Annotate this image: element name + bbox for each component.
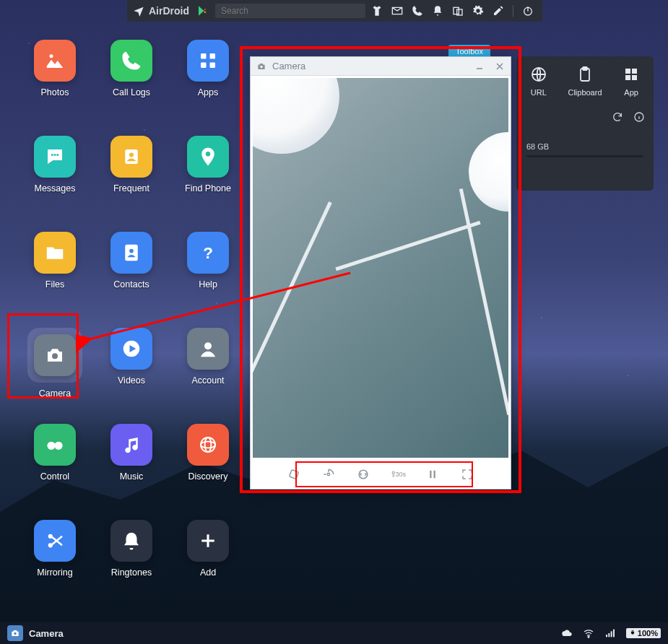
app-messages[interactable]: Messages — [22, 136, 88, 212]
app-add[interactable]: Add — [175, 520, 241, 596]
camera-icon — [256, 61, 266, 71]
app-videos[interactable]: Videos — [98, 328, 165, 404]
svg-point-38 — [327, 473, 329, 475]
taskbar: Camera 100% — [0, 622, 668, 644]
app-label: Account — [191, 375, 224, 386]
refresh-icon[interactable] — [612, 111, 623, 123]
app-frequent[interactable]: Frequent — [98, 136, 165, 212]
devices-icon[interactable] — [452, 5, 464, 17]
app-label: Find Phone — [185, 183, 231, 193]
svg-point-15 — [129, 249, 134, 253]
svg-rect-4 — [201, 53, 207, 59]
message-icon — [44, 146, 66, 167]
camera-feed — [253, 78, 508, 458]
minimize-button[interactable] — [474, 61, 485, 71]
app-help[interactable]: ?Help — [175, 232, 241, 308]
desktop-grid: Photos Call Logs Apps Messages Frequent … — [22, 40, 241, 596]
taskbar-app-label: Camera — [29, 628, 64, 639]
taskbar-app-camera[interactable]: Camera — [7, 625, 64, 641]
svg-point-36 — [260, 65, 263, 68]
bell-icon[interactable] — [432, 5, 443, 17]
svg-rect-5 — [210, 53, 216, 59]
storage-info: 68 GB — [526, 142, 643, 157]
pipe — [335, 221, 480, 271]
app-label: Photos — [41, 87, 69, 97]
app-label: Add — [200, 567, 216, 578]
play-store-icon[interactable] — [196, 4, 209, 17]
wifi-icon[interactable] — [583, 627, 594, 639]
svg-rect-33 — [625, 75, 630, 80]
svg-rect-40 — [392, 471, 394, 473]
app-apps[interactable]: Apps — [175, 40, 241, 116]
switch-camera-button[interactable] — [355, 466, 371, 482]
fullscreen-button[interactable] — [459, 466, 475, 482]
camera-icon — [10, 628, 20, 638]
phone-icon — [121, 50, 142, 71]
info-icon[interactable] — [633, 111, 645, 123]
signal-icon[interactable] — [604, 627, 616, 639]
svg-point-17 — [52, 353, 58, 359]
top-bar: AirDroid — [127, 0, 542, 22]
battery-indicator[interactable]: 100% — [626, 628, 661, 638]
app-label: Control — [40, 471, 69, 482]
pipe — [459, 188, 508, 415]
pause-button[interactable] — [425, 466, 441, 482]
app-files[interactable]: Files — [22, 232, 88, 308]
app-mirroring[interactable]: Mirroring — [22, 520, 88, 596]
gear-icon[interactable] — [472, 5, 484, 17]
tshirt-icon[interactable] — [371, 5, 383, 17]
power-icon[interactable] — [522, 5, 534, 17]
svg-point-23 — [201, 438, 215, 452]
edit-icon[interactable] — [493, 5, 504, 17]
globe-icon — [529, 65, 548, 84]
mail-icon[interactable] — [391, 5, 403, 17]
app-discovery[interactable]: Discovery — [175, 424, 241, 500]
search-input[interactable] — [221, 6, 360, 16]
svg-rect-42 — [434, 471, 435, 479]
app-label: Contacts — [113, 279, 149, 290]
storage-bar — [526, 155, 643, 157]
app-label: Mirroring — [37, 567, 72, 578]
camera-titlebar[interactable]: Camera — [251, 57, 511, 76]
timer-label: 30s — [395, 471, 406, 478]
app-call-logs[interactable]: Call Logs — [98, 40, 165, 116]
svg-rect-30 — [583, 67, 587, 70]
app-label: Call Logs — [113, 87, 150, 97]
app-label: Ringtones — [111, 567, 152, 578]
svg-rect-22 — [53, 444, 57, 447]
svg-point-24 — [201, 442, 215, 448]
app-control[interactable]: Control — [22, 424, 88, 500]
svg-rect-49 — [613, 630, 615, 638]
play-icon — [121, 338, 142, 360]
app-account[interactable]: Account — [175, 328, 241, 404]
music-icon — [121, 434, 142, 456]
location-icon — [197, 146, 219, 167]
app-contacts[interactable]: Contacts — [98, 232, 165, 308]
cloud-icon[interactable] — [561, 627, 573, 639]
photos-icon — [44, 50, 66, 71]
app-music[interactable]: Music — [98, 424, 165, 500]
rp-label: URL — [531, 88, 547, 97]
camera-controls: 30s — [251, 460, 511, 489]
brand-label: AirDroid — [149, 5, 189, 17]
rp-app[interactable]: App — [622, 65, 641, 97]
brand[interactable]: AirDroid — [133, 5, 189, 17]
camera-window: Camera 30s — [250, 56, 511, 489]
phone-icon[interactable] — [412, 5, 423, 17]
app-ringtones[interactable]: Ringtones — [98, 520, 165, 596]
app-camera[interactable]: Camera — [22, 328, 88, 404]
lamp-glow — [469, 132, 508, 212]
app-photos[interactable]: Photos — [22, 40, 88, 116]
rotate-button[interactable] — [286, 466, 302, 482]
svg-rect-34 — [632, 75, 637, 80]
svg-point-44 — [14, 632, 17, 635]
app-label: Music — [120, 471, 144, 482]
rp-url[interactable]: URL — [529, 65, 548, 97]
search-box[interactable] — [215, 4, 365, 18]
svg-rect-37 — [290, 470, 299, 479]
focus-button[interactable] — [321, 466, 337, 482]
app-find-phone[interactable]: Find Phone — [175, 136, 241, 212]
close-button[interactable] — [495, 61, 505, 71]
flashlight-timer-button[interactable]: 30s — [390, 466, 406, 482]
rp-clipboard[interactable]: Clipboard — [568, 65, 602, 97]
